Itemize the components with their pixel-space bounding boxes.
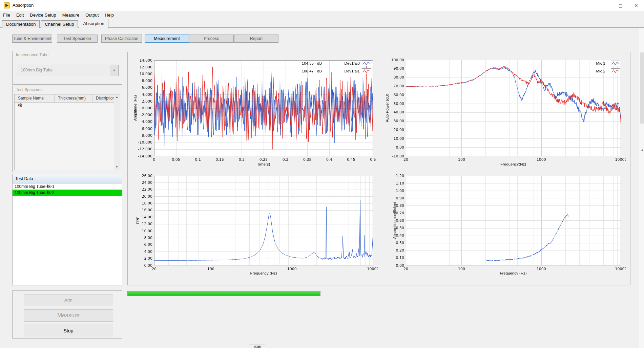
impedance-tube-group: Impendance Tube 100mm Big Tube ▼	[12, 51, 122, 85]
test-specimen-group: Test Specimen Sample Name Thickness(mm) …	[12, 86, 122, 172]
menu-edit[interactable]: Edit	[13, 11, 27, 19]
scrollbar-thumb[interactable]	[640, 52, 644, 124]
arm-button[interactable]: Arm	[24, 295, 113, 306]
legend-waveform-icon-ai1[interactable]	[362, 68, 371, 74]
menu-help[interactable]: Help	[102, 11, 117, 19]
legend-waveform-icon-mic2[interactable]	[611, 68, 620, 74]
test-specimen-label: Test Specimen	[16, 87, 43, 92]
window-title: Absorption	[13, 3, 34, 8]
level-readout-ai0: 104.35	[297, 61, 314, 65]
list-item-selected[interactable]: 100mm Big Tube-棉-2	[13, 190, 122, 196]
y-axis-title-auto-power: Auto Power (dB)	[385, 94, 389, 122]
y-axis-title-amplitude: Amplitude (Pa)	[133, 95, 137, 121]
table-scrollbar[interactable]: ▲ ▼	[114, 94, 120, 170]
progress-bar	[127, 291, 320, 296]
absorption-coefficient-chart	[379, 171, 626, 278]
table-row[interactable]: 棉	[15, 102, 114, 108]
impedance-tube-label: Impendance Tube	[16, 52, 48, 57]
stop-button[interactable]: Stop	[24, 325, 113, 337]
test-data-group: Test Data 100mm Big Tube-棉-1 100mm Big T…	[12, 174, 122, 285]
y-axis-title-frf: FRF	[136, 217, 140, 224]
right-scrollbar[interactable]: ◄	[639, 28, 644, 348]
level-readout-ai0-unit: dB	[317, 61, 322, 65]
legend-waveform-icon-mic1[interactable]	[611, 61, 620, 66]
level-readout-ai1-unit: dB	[317, 69, 322, 73]
x-axis-title-frequency-abs: Frequency (Hz)	[500, 271, 526, 275]
tab-absorption[interactable]: Absorption	[79, 19, 108, 28]
test-specimen-table-header: Sample Name Thickness(mm) Discription	[15, 94, 114, 103]
menu-device-setup[interactable]: Device Setup	[27, 11, 59, 19]
test-data-list: 100mm Big Tube-棉-1 100mm Big Tube-棉-2	[13, 183, 122, 285]
title-bar: Absorption — ▢ ✕	[0, 0, 644, 12]
scroll-down-icon[interactable]: ▼	[114, 165, 120, 170]
legend-label-ai1[interactable]: Dev1/ai1	[335, 69, 360, 73]
subtab-report[interactable]: Report	[234, 35, 278, 43]
x-axis-title-frequency-top: Frequency(Hz)	[500, 162, 526, 166]
y-axis-title-absorption: Absorption coefficient	[393, 202, 397, 239]
legend-label-mic1[interactable]: Mic 1	[584, 61, 605, 65]
app-icon	[4, 2, 10, 8]
bottom-tab-draw[interactable]: 画图	[249, 345, 265, 348]
legend-label-ai0[interactable]: Dev1/ai0	[335, 61, 360, 65]
legend-waveform-icon-ai0[interactable]	[362, 61, 371, 66]
menu-file[interactable]: File	[0, 11, 13, 19]
subtab-phase-calibration[interactable]: Phase Calibration	[101, 35, 142, 43]
maximize-button[interactable]: ▢	[613, 0, 628, 11]
subtab-process[interactable]: Process	[189, 35, 234, 43]
control-button-box: Arm Measure Stop	[12, 290, 122, 339]
impedance-tube-value: 100mm Big Tube	[21, 68, 53, 72]
impedance-tube-dropdown[interactable]: 100mm Big Tube ▼	[17, 65, 119, 76]
tab-documentation[interactable]: Documentation	[2, 20, 40, 28]
x-axis-title-frequency-frf: Frequency (Hz)	[250, 271, 277, 275]
main-tab-bar: Documentation Channel Setup Absorption	[0, 19, 644, 28]
legend-label-mic2[interactable]: Mic 2	[584, 69, 605, 73]
column-thickness: Thickness(mm)	[55, 94, 92, 102]
menu-measure[interactable]: Measure	[59, 11, 83, 19]
close-button[interactable]: ✕	[628, 0, 644, 11]
collapse-left-icon[interactable]: ◄	[640, 148, 644, 153]
scroll-up-icon[interactable]: ▲	[114, 94, 120, 100]
frf-chart	[127, 171, 378, 278]
x-axis-title-time: Time(s)	[257, 162, 270, 166]
menu-output[interactable]: Output	[82, 11, 102, 19]
measure-button[interactable]: Measure	[24, 309, 113, 322]
subtab-measurement[interactable]: Measurement	[145, 35, 189, 43]
minimize-button[interactable]: —	[597, 0, 613, 11]
column-discription: Discription	[92, 94, 114, 102]
test-data-header: Test Data	[13, 174, 122, 183]
subtab-tube-environment[interactable]: Tube & Environment	[12, 35, 52, 43]
list-item[interactable]: 100mm Big Tube-棉-1	[13, 183, 122, 190]
tab-channel-setup[interactable]: Channel Setup	[41, 20, 78, 28]
level-readout-ai1: 106.47	[297, 69, 314, 73]
menu-bar: File Edit Device Setup Measure Output He…	[0, 11, 644, 19]
dropdown-arrow-icon[interactable]: ▼	[110, 65, 118, 76]
progress-fill	[128, 291, 320, 296]
test-specimen-table: Sample Name Thickness(mm) Discription 棉 …	[14, 94, 120, 170]
column-sample-name: Sample Name	[15, 94, 55, 102]
subtab-test-specimen[interactable]: Test Specimen	[57, 35, 98, 43]
